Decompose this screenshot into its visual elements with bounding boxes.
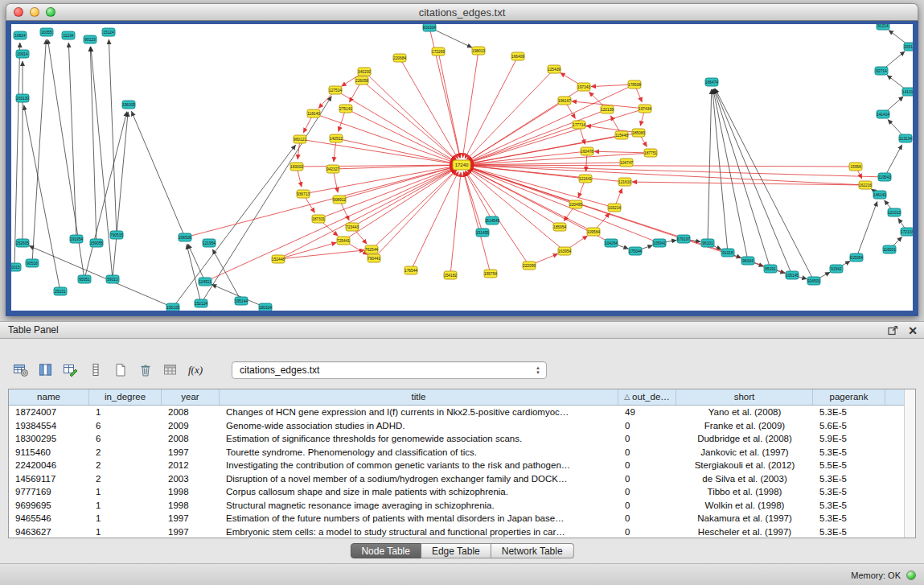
graph-node[interactable]: 159055: [90, 239, 103, 247]
graph-node[interactable]: 91015: [721, 249, 734, 257]
table-row[interactable]: 946362711997Embryonic stem cells: a mode…: [9, 525, 904, 538]
graph-node[interactable]: 160478: [581, 147, 593, 155]
graph-node[interactable]: 141312: [902, 88, 913, 96]
table-row[interactable]: 946554611997Estimation of the future num…: [9, 512, 904, 525]
table-cell[interactable]: 1998: [162, 485, 220, 499]
table-cell[interactable]: 5.5E-5: [813, 459, 885, 472]
graph-node[interactable]: 124511: [199, 278, 211, 286]
graph-node[interactable]: 155754: [484, 270, 497, 278]
graph-node[interactable]: 185954: [553, 223, 566, 231]
graph-node[interactable]: 95191: [764, 265, 777, 273]
table-cell[interactable]: 19384554: [9, 419, 89, 433]
graph-node[interactable]: 252605: [16, 239, 29, 247]
table-cell[interactable]: 5.3E-5: [813, 485, 885, 499]
graph-node[interactable]: 104264: [605, 239, 618, 247]
table-row[interactable]: 977716911998Corpus callosum shape and si…: [9, 485, 904, 499]
graph-node[interactable]: 275141: [339, 105, 352, 113]
column-header-name[interactable]: name: [9, 389, 89, 405]
graph-edge[interactable]: [580, 129, 585, 145]
table-cell[interactable]: de Silva et al. (2003): [676, 472, 813, 486]
graph-node[interactable]: 105145: [786, 271, 799, 279]
graph-edge[interactable]: [347, 169, 455, 238]
edit-table-button[interactable]: [61, 361, 80, 379]
graph-node[interactable]: 790441: [368, 254, 380, 262]
table-cell[interactable]: Yano et al. (2008): [676, 406, 813, 419]
graph-node[interactable]: 206506: [179, 233, 191, 241]
graph-node[interactable]: 141414: [877, 110, 889, 118]
graph-edge[interactable]: [888, 120, 902, 136]
graph-edge[interactable]: [885, 200, 892, 209]
graph-node[interactable]: 185083: [632, 129, 645, 137]
graph-node[interactable]: 121954: [203, 239, 216, 247]
table-cell[interactable]: 0: [618, 525, 676, 538]
graph-edge[interactable]: [462, 55, 478, 158]
graph-edge[interactable]: [464, 172, 482, 229]
new-file-button[interactable]: [111, 361, 130, 379]
graph-edge[interactable]: [433, 29, 472, 47]
graph-node[interactable]: 226058: [355, 76, 368, 84]
graph-node[interactable]: 105118: [904, 43, 913, 51]
column-header-short[interactable]: short: [676, 389, 813, 405]
graph-edge[interactable]: [641, 136, 647, 146]
graph-node[interactable]: 91542: [830, 265, 843, 273]
table-cell[interactable]: 9699695: [9, 499, 89, 513]
table-cell[interactable]: 2: [89, 472, 162, 486]
table-cell[interactable]: Changes of HCN gene expression and I(f) …: [220, 406, 618, 419]
table-cell[interactable]: 1: [89, 525, 162, 538]
table-cell[interactable]: 2009: [162, 419, 220, 433]
table-cell[interactable]: 6: [89, 432, 162, 446]
graph-edge[interactable]: [887, 75, 906, 89]
graph-edge[interactable]: [413, 171, 458, 266]
graph-edge[interactable]: [14, 43, 20, 263]
table-cell[interactable]: 1997: [162, 525, 220, 538]
table-cell[interactable]: 9115460: [9, 446, 89, 459]
table-cell[interactable]: Investigating the contribution of common…: [220, 459, 618, 472]
table-cell[interactable]: 18724007: [9, 406, 89, 419]
graph-node[interactable]: 15124: [102, 28, 115, 36]
table-scrollbar[interactable]: [904, 389, 915, 538]
graph-edge[interactable]: [29, 246, 169, 306]
graph-edge[interactable]: [376, 171, 456, 256]
table-cell[interactable]: 2: [89, 459, 162, 472]
minimize-window-button[interactable]: [30, 7, 39, 17]
table-cell[interactable]: 9777169: [9, 485, 89, 499]
table-cell[interactable]: 5.9E-5: [813, 432, 885, 446]
graph-node[interactable]: 11234: [62, 31, 75, 39]
graph-edge[interactable]: [594, 151, 647, 153]
graph-node[interactable]: 96101: [701, 239, 714, 247]
table-cell[interactable]: Corpus callosum shape and size in male p…: [220, 485, 618, 499]
import-table-button[interactable]: [161, 361, 180, 379]
graph-edge[interactable]: [32, 39, 46, 259]
table-cell[interactable]: 6: [89, 419, 162, 433]
graph-node[interactable]: 198013: [472, 47, 485, 55]
graph-node[interactable]: 187331: [312, 215, 325, 223]
graph-node[interactable]: 1514545: [485, 216, 500, 225]
table-cell[interactable]: 0: [618, 472, 676, 486]
graph-node[interactable]: 103214: [608, 204, 621, 212]
table-cell[interactable]: Disruption of a novel member of a sodium…: [220, 472, 618, 486]
graph-node[interactable]: 105941: [653, 239, 666, 247]
graph-edge[interactable]: [334, 142, 336, 162]
graph-node[interactable]: 121610: [618, 178, 631, 186]
graph-edge[interactable]: [298, 143, 299, 159]
graph-edge[interactable]: [469, 165, 852, 167]
table-settings-button[interactable]: [11, 361, 31, 379]
tab-edge-table[interactable]: Edge Table: [421, 543, 491, 558]
table-row[interactable]: 1872400712008Changes of HCN gene express…: [9, 406, 904, 419]
graph-node[interactable]: 146141: [873, 191, 886, 199]
graph-node[interactable]: 924501: [807, 277, 820, 285]
graph-node[interactable]: 95051: [78, 275, 91, 283]
graph-node[interactable]: 191954: [70, 235, 83, 243]
graph-node[interactable]: 340200: [358, 68, 371, 76]
graph-edge[interactable]: [188, 244, 203, 278]
table-cell[interactable]: 2: [89, 446, 162, 459]
graph-edge[interactable]: [469, 126, 576, 163]
graph-edge[interactable]: [886, 145, 901, 174]
graph-node[interactable]: 222099: [523, 262, 536, 270]
table-row[interactable]: 911546021997Tourette syndrome. Phenomeno…: [9, 446, 904, 459]
table-cell[interactable]: Tibbo et al. (1998): [676, 485, 813, 499]
table-selector-dropdown[interactable]: citations_edges.txt ▲▼: [232, 361, 547, 379]
table-cell[interactable]: 5.3E-5: [813, 525, 885, 538]
table-cell[interactable]: Jankovic et al. (1997): [676, 446, 813, 459]
graph-node[interactable]: 615054: [850, 253, 863, 262]
